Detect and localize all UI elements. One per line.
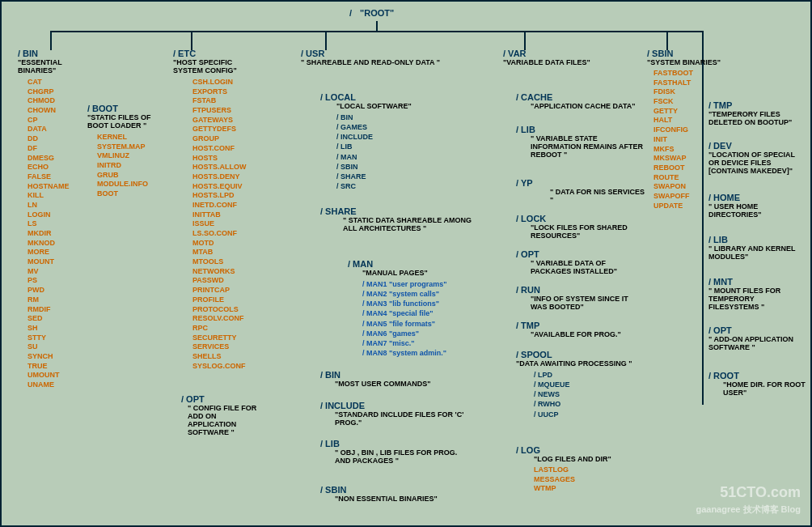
list-item: / MAN2 "system calls" (362, 289, 493, 299)
usr-man-title: / MAN (348, 259, 493, 269)
boot-title: / BOOT (87, 104, 160, 113)
var-spool-title: / SPOOL (516, 350, 645, 359)
list-item: HOSTS.DENY (192, 172, 262, 182)
bin-title: / BIN (18, 49, 82, 58)
list-item: / SRC (336, 181, 458, 191)
var-yp-node: / YP " DATA FOR NIS SERVICES " (516, 178, 645, 204)
etc-desc: "HOST SPECIFIC SYSTEM CONFIG" (173, 58, 262, 74)
list-item: DF (27, 144, 82, 154)
list-item: CHOWN (27, 106, 82, 116)
var-node: / VAR "VARIABLE DATA FILES" (503, 49, 641, 66)
var-tmp-desc: "AVAILABLE FOR PROG." (531, 330, 645, 338)
list-item: FASTBOOT (653, 69, 728, 79)
list-item: SHELLS (192, 352, 262, 362)
root-node: / "ROOT" (349, 8, 394, 18)
usr-bin-desc: "MOST USER COMMANDS" (335, 380, 466, 388)
watermark-blog: gaanagree 技术博客 Blog (696, 504, 801, 516)
list-item: / MAN4 "special file" (362, 308, 493, 318)
list-item: CP (27, 116, 82, 125)
right-mnt-node: / MNT " MOUNT FILES FOR TEMPERORY FILESY… (708, 277, 806, 311)
var-run-node: / RUN "INFO OF SYSTEM SINCE IT WAS BOOTE… (516, 285, 645, 311)
list-item: INETD.CONF (192, 201, 262, 210)
list-item: PASSWD (192, 276, 262, 286)
var-yp-title: / YP (516, 178, 645, 188)
right-tmp-node: / TMP "TEMPERORY FILES DELETED ON BOOTUP… (708, 100, 806, 126)
list-item: BOOT (97, 189, 160, 199)
list-item: WTMP (534, 484, 645, 494)
list-item: GETTYDEFS (192, 125, 262, 134)
usr-man-node: / MAN "MANUAL PAGES" / MAN1 "user progra… (348, 259, 493, 358)
list-item: / SBIN (336, 162, 458, 172)
list-item: RMDIF (27, 305, 82, 315)
list-item: SWAPON (653, 182, 728, 192)
var-spool-node: / SPOOL "DATA AWAITING PROCESSING " / LP… (516, 350, 645, 419)
var-tmp-title: / TMP (516, 321, 645, 330)
list-item: CHMOD (27, 96, 82, 106)
usr-sbin-node: / SBIN "NON ESSENTIAL BINARIES" (320, 485, 466, 503)
var-opt-node: / OPT " VARIABLE DATA OF PACKAGES INSTAL… (516, 249, 645, 275)
usr-lib-title: / LIB (320, 439, 466, 448)
boot-desc: "STATIC FILES OF BOOT LOADER " (87, 113, 160, 130)
list-item: / MAN3 "lib functions" (362, 299, 493, 308)
list-item: KILL (27, 191, 82, 201)
right-home-title: / HOME (708, 193, 806, 202)
list-item: MTOOLS (192, 257, 262, 267)
list-item: PRINTCAP (192, 286, 262, 295)
right-root-node: / ROOT "HOME DIR. FOR ROOT USER" (708, 371, 806, 397)
list-item: RM (27, 295, 82, 305)
usr-node: / USR " SHAREABLE AND READ-ONLY DATA " (301, 49, 463, 66)
usr-sbin-title: / SBIN (320, 485, 466, 495)
var-yp-desc: " DATA FOR NIS SERVICES " (550, 188, 645, 204)
list-item: / UUCP (534, 410, 645, 419)
usr-share-node: / SHARE " STATIC DATA SHAREABLE AMONG AL… (320, 206, 474, 232)
right-opt-desc: " ADD-ON APPLICATION SOFTWARE " (708, 335, 806, 351)
list-item: INITRD (97, 161, 160, 171)
list-item: CHGRP (27, 87, 82, 97)
list-item: CSH.LOGIN (192, 78, 262, 87)
boot-node: / BOOT "STATIC FILES OF BOOT LOADER " KE… (87, 104, 160, 199)
right-tmp-title: / TMP (708, 100, 806, 110)
list-item: HOST.CONF (192, 144, 262, 154)
usr-local-title: / LOCAL (320, 92, 458, 102)
list-item: LS (27, 219, 82, 229)
var-opt-desc: " VARIABLE DATA OF PACKAGES INSTALLED" (531, 259, 645, 275)
list-item: FASTHALT (653, 79, 728, 88)
list-item: / NEWS (534, 389, 645, 399)
list-item: MOUNT (27, 257, 82, 267)
opt-top-desc: " CONFIG FILE FOR ADD ON APPLICATION SOF… (188, 404, 262, 436)
list-item: ECHO (27, 163, 82, 172)
var-lib-node: / LIB " VARIABLE STATE INFORMATION REMAI… (516, 125, 645, 159)
list-item: / LIB (336, 142, 458, 151)
bin-node: / BIN "ESSENTIAL BINARIES" CATCHGRPCHMOD… (18, 49, 82, 390)
var-log-node: / LOG "LOG FILES AND DIR" LASTLOGMESSAGE… (516, 445, 645, 494)
list-item: / INCLUDE (336, 132, 458, 142)
right-dev-desc: "LOCATION OF SPECIAL OR DEVICE FILES [CO… (708, 151, 806, 175)
list-item: HOSTS.LPD (192, 191, 262, 201)
list-item: GRUB (97, 171, 160, 181)
var-run-title: / RUN (516, 285, 645, 295)
list-item: KERNEL (97, 133, 160, 142)
usr-lib-desc: " OBJ , BIN , LIB FILES FOR PROG. AND PA… (335, 448, 466, 465)
usr-man-desc: "MANUAL PAGES" (362, 269, 493, 277)
var-cache-desc: "APPLICATION CACHE DATA" (531, 102, 645, 110)
usr-bin-node: / BIN "MOST USER COMMANDS" (320, 370, 466, 388)
list-item: HOSTS.ALLOW (192, 163, 262, 172)
root-label: "ROOT" (360, 8, 394, 18)
list-item: FALSE (27, 172, 82, 182)
list-item: SED (27, 314, 82, 324)
usr-sbin-desc: "NON ESSENTIAL BINARIES" (335, 495, 466, 503)
usr-local-desc: "LOCAL SOFTWARE" (336, 102, 458, 110)
usr-share-desc: " STATIC DATA SHAREABLE AMONG ALL ARCHIT… (343, 216, 474, 232)
list-item: NETWORKS (192, 267, 262, 277)
var-log-desc: "LOG FILES AND DIR" (534, 455, 645, 463)
list-item: HOSTNAME (27, 182, 82, 192)
list-item: / MAN (336, 152, 458, 162)
var-desc: "VARIABLE DATA FILES" (503, 58, 641, 66)
usr-include-desc: "STANDARD INCLUDE FILES FOR 'C' PROG." (335, 410, 466, 427)
list-item: MOTD (192, 239, 262, 249)
list-item: / MAN1 "user programs" (362, 279, 493, 289)
right-mnt-title: / MNT (708, 277, 806, 287)
var-log-title: / LOG (516, 445, 645, 455)
list-item: / RWHO (534, 399, 645, 409)
etc-node: / ETC "HOST SPECIFIC SYSTEM CONFIG" CSH.… (173, 49, 262, 371)
